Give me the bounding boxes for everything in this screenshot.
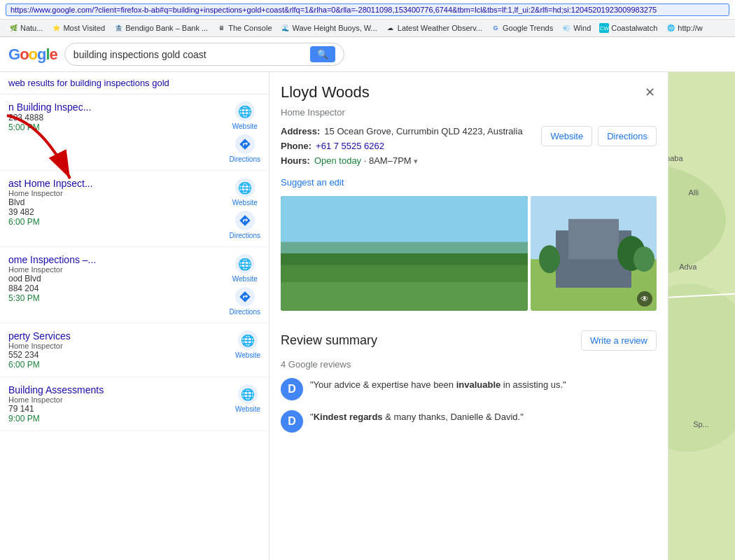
- result-item-3: ome Inspections –... Home Inspector ood …: [0, 247, 269, 323]
- bookmark-trends[interactable]: G Google Trends: [488, 22, 556, 34]
- result-category-3: Home Inspector: [8, 265, 224, 274]
- phone-value[interactable]: +61 7 5525 6262: [316, 141, 384, 151]
- browser-chrome: https://www.google.com/?client=firefox-b…: [0, 0, 735, 37]
- directions-btn-2[interactable]: Directions: [230, 211, 260, 239]
- globe-icon-1: 🌐: [235, 102, 255, 121]
- result-hours-3: 5:30 PM: [8, 293, 224, 303]
- suggest-edit-section: Suggest an edit: [270, 177, 668, 196]
- result-actions-2: 🌐 Website Directions: [230, 178, 260, 239]
- bookmark-label-trends: Google Trends: [503, 24, 553, 32]
- directions-icon-3: [235, 287, 255, 307]
- results-scroll-spacer: [0, 431, 269, 445]
- hours-value: Open today · 8AM–7PM ▾: [314, 155, 418, 166]
- svg-rect-30: [568, 219, 619, 259]
- close-button[interactable]: ✕: [643, 83, 657, 102]
- bookmark-label-natu: Natu...: [20, 24, 43, 32]
- bookmark-favicon-coastalwatch: CW: [599, 23, 609, 33]
- photo-secondary[interactable]: 👁: [531, 196, 657, 311]
- result-info-1: n Building Inspec... 203 4888 5:00 PM: [8, 102, 224, 132]
- bookmark-favicon-natu: 🌿: [8, 23, 18, 33]
- hours-separator: ·: [364, 155, 369, 166]
- bookmark-label-http: http://w: [678, 24, 702, 32]
- result-name-4[interactable]: perty Services: [8, 330, 230, 342]
- review-section: Review summary Write a review 4 Google r…: [270, 322, 668, 451]
- bookmark-label-wind: Wind: [573, 24, 591, 32]
- review-title: Review summary: [281, 333, 377, 348]
- bookmark-label-console: The Console: [228, 24, 272, 32]
- results-header-highlight: building inspections gold: [70, 78, 169, 88]
- hours-caret-icon[interactable]: ▾: [414, 157, 418, 165]
- website-btn-5[interactable]: 🌐 Website: [235, 384, 260, 413]
- website-btn-3[interactable]: 🌐 Website: [232, 254, 258, 283]
- phone-label: Phone:: [281, 141, 312, 151]
- globe-icon-3: 🌐: [235, 254, 255, 274]
- search-input[interactable]: [74, 49, 304, 60]
- result-item-2: ast Home Inpsect... Home Inspector Blvd …: [0, 171, 269, 247]
- hours-time: 8AM–7PM: [369, 155, 412, 166]
- result-item-1: n Building Inspec... 203 4888 5:00 PM 🌐 …: [0, 94, 269, 171]
- google-logo: Google: [8, 46, 57, 64]
- directions-btn-3[interactable]: Directions: [230, 287, 260, 316]
- result-name-3[interactable]: ome Inspections –...: [8, 254, 224, 265]
- bookmark-favicon-wind: 💨: [561, 23, 571, 33]
- result-name-2[interactable]: ast Home Inpsect...: [8, 178, 224, 189]
- result-actions-3: 🌐 Website Directions: [230, 254, 260, 316]
- search-box[interactable]: 🔍: [64, 43, 344, 66]
- detail-phone-field: Phone: +61 7 5525 6262: [281, 141, 533, 151]
- review-text-1: "Your advice & expertise have been inval…: [310, 378, 566, 400]
- bookmark-favicon-weather: ☁: [386, 23, 396, 33]
- bookmark-bendigo[interactable]: 🏦 Bendigo Bank – Bank ...: [111, 22, 211, 34]
- result-name-1[interactable]: n Building Inspec...: [8, 102, 224, 113]
- reviewer-avatar-1: D: [281, 378, 303, 400]
- review-item-2: D "Kindest regards & many thanks, Daniel…: [281, 410, 657, 433]
- result-phone-2: 39 482: [8, 207, 224, 217]
- website-label-3: Website: [232, 275, 258, 283]
- result-phone-1: 203 4888: [8, 113, 224, 122]
- suggest-edit-link[interactable]: Suggest an edit: [281, 177, 344, 188]
- street-view-icon[interactable]: 👁: [637, 291, 652, 307]
- website-btn-2[interactable]: 🌐 Website: [232, 178, 258, 206]
- globe-icon-2: 🌐: [235, 178, 255, 197]
- photo-main[interactable]: Lloyd Woods BUILDING INSPECTIONS: [281, 196, 528, 311]
- website-btn-1[interactable]: 🌐 Website: [232, 102, 258, 130]
- review-item-1: D "Your advice & expertise have been inv…: [281, 378, 657, 400]
- bookmark-weather[interactable]: ☁ Latest Weather Observ...: [383, 22, 485, 34]
- bookmark-favicon-http: 🌐: [666, 23, 676, 33]
- result-name-5[interactable]: Building Assessments: [8, 384, 230, 396]
- directions-label-1: Directions: [230, 155, 260, 163]
- result-hours-2: 6:00 PM: [8, 217, 224, 227]
- url-bar[interactable]: https://www.google.com/?client=firefox-b…: [6, 4, 729, 16]
- directions-btn-1[interactable]: Directions: [230, 134, 260, 163]
- url-bar-row: https://www.google.com/?client=firefox-b…: [0, 0, 735, 20]
- detail-info-left: Address: 15 Ocean Grove, Currumbin QLD 4…: [281, 126, 533, 170]
- detail-directions-button[interactable]: Directions: [598, 126, 657, 146]
- bookmark-wind[interactable]: 💨 Wind: [559, 22, 594, 34]
- result-info-5: Building Assessments Home Inspector 79 1…: [8, 384, 230, 424]
- svg-rect-26: [281, 242, 528, 265]
- write-review-button[interactable]: Write a review: [581, 330, 657, 351]
- bookmark-natu[interactable]: 🌿 Natu...: [6, 22, 46, 34]
- bookmark-wave[interactable]: 🌊 Wave Height Buoys, W...: [278, 22, 380, 34]
- detail-website-button[interactable]: Website: [541, 126, 592, 146]
- result-info-3: ome Inspections –... Home Inspector ood …: [8, 254, 224, 303]
- result-actions-4: 🌐 Website: [235, 330, 260, 359]
- bookmark-favicon-console: 🖥: [216, 23, 226, 33]
- right-panel: 90 97 97 Guanaba Alli Adva Numinbah Vall…: [270, 72, 735, 560]
- svg-point-33: [634, 246, 654, 272]
- result-hours-4: 6:00 PM: [8, 360, 230, 370]
- svg-text:Adva: Adva: [679, 262, 697, 271]
- results-header-text: web results for: [8, 78, 70, 88]
- result-actions-5: 🌐 Website: [235, 384, 260, 413]
- review-count: 4 Google reviews: [281, 359, 657, 370]
- globe-icon-4: 🌐: [238, 330, 258, 350]
- bookmark-console[interactable]: 🖥 The Console: [214, 22, 274, 34]
- search-button[interactable]: 🔍: [310, 46, 335, 62]
- bookmark-coastalwatch[interactable]: CW Coastalwatch: [596, 22, 660, 34]
- website-btn-4[interactable]: 🌐 Website: [235, 330, 260, 359]
- bookmark-http[interactable]: 🌐 http://w: [663, 22, 705, 34]
- bookmark-label-weather: Latest Weather Observ...: [398, 24, 482, 32]
- photo-secondary-bg: [531, 196, 657, 311]
- result-hours-1: 5:00 PM: [8, 122, 224, 132]
- bookmark-most-visited[interactable]: ⭐ Most Visited: [48, 22, 108, 34]
- website-label-1: Website: [232, 122, 258, 130]
